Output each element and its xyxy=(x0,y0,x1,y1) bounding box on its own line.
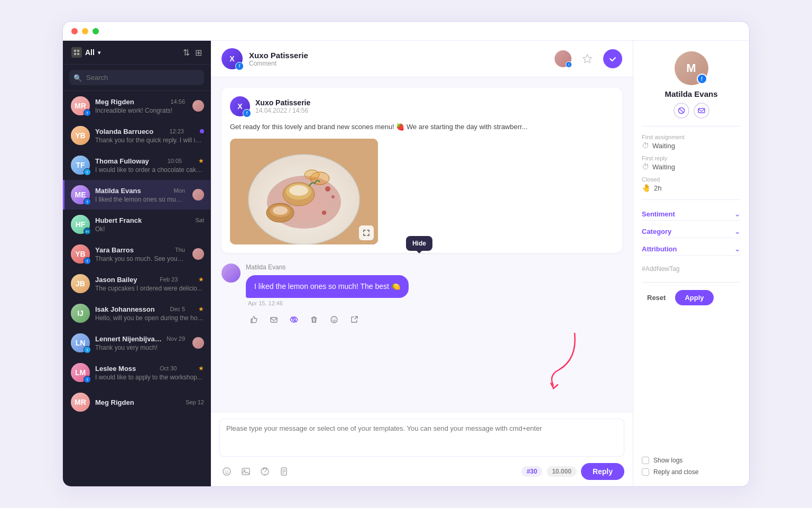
conv-item-meg-bottom[interactable]: MR Meg Rigden Sep 12 xyxy=(63,387,210,417)
filter-label: All xyxy=(85,48,95,57)
agent-platform-badge: f xyxy=(697,74,707,84)
reply-toolbar: #30 10.000 Reply xyxy=(219,463,624,480)
conv-time-9: Nov 29 xyxy=(167,335,185,342)
conv-item-hubert[interactable]: HF in Hubert Franck Sat Ok! xyxy=(63,210,210,239)
like-button[interactable] xyxy=(246,312,262,328)
stat-text-first-assignment: Waiting xyxy=(652,142,675,150)
external-link-button[interactable] xyxy=(346,312,362,328)
arrow-annotation xyxy=(222,328,580,391)
post-author-avatar-wrap: X f xyxy=(230,96,250,116)
post-text: Get ready for this lovely and brand new … xyxy=(230,122,614,132)
tl-red[interactable] xyxy=(71,28,78,34)
svg-rect-0 xyxy=(74,50,76,52)
svg-point-18 xyxy=(304,170,319,179)
svg-point-13 xyxy=(289,185,308,196)
reply-close-checkbox[interactable] xyxy=(642,468,649,476)
post-date: 14.04.2022 / 14:56 xyxy=(255,107,310,114)
reply-area: #30 10.000 Reply xyxy=(211,412,633,486)
conv-item-jason[interactable]: JB Jason Bailey Feb 23 ★ The cupcakes I … xyxy=(63,269,210,298)
add-tag[interactable]: #AddNewTag xyxy=(642,263,741,275)
msg-avatar-matilda xyxy=(222,264,241,283)
conv-time-4: Mon xyxy=(174,187,185,194)
reply-textarea[interactable] xyxy=(219,419,624,457)
conv-item-lennert[interactable]: LN t Lennert Nijenbijvan Si... Nov 29 Th… xyxy=(63,328,210,358)
conv-preview-1: Increadible work! Congrats! xyxy=(95,107,185,114)
header-agent-badge: f xyxy=(566,61,572,68)
avatar-yolanda: YB xyxy=(71,126,90,145)
hide-action-button[interactable] xyxy=(286,312,302,328)
tl-green[interactable] xyxy=(93,28,99,34)
header-agent-wrap: f xyxy=(555,50,571,67)
emoji-tool-button[interactable] xyxy=(219,464,234,479)
accordion-sentiment-label: Sentiment xyxy=(642,210,675,218)
accordion-sentiment[interactable]: Sentiment ⌄ xyxy=(642,207,741,221)
accordion-category[interactable]: Category ⌄ xyxy=(642,225,741,238)
apply-button[interactable]: Apply xyxy=(675,290,713,305)
conv-name-8: Isak Johannesson xyxy=(95,305,155,313)
reset-apply-row: Reset Apply xyxy=(642,290,741,305)
conv-content-8: Isak Johannesson Dec 5 ★ Hello, will you… xyxy=(95,305,204,322)
filter-icon[interactable]: ⊞ xyxy=(195,48,202,58)
reply-close-row[interactable]: Reply and close xyxy=(642,468,741,476)
stat-text-first-reply: Waiting xyxy=(652,163,675,171)
avatar-leslee: LM f xyxy=(71,363,90,382)
agent-avatar-1 xyxy=(192,100,204,112)
conv-item-thoma[interactable]: TF t Thoma Fulloway 10:05 ★ I would like… xyxy=(63,150,210,180)
stat-label-first-assignment: First assignment xyxy=(642,134,741,140)
stat-text-closed: 2h xyxy=(654,184,661,192)
expand-image-button[interactable] xyxy=(359,225,374,240)
star-button[interactable] xyxy=(578,49,597,68)
sidebar-all-filter[interactable]: All ▾ xyxy=(71,47,100,58)
conv-content-1: Meg Rigden 14:56 Increadible work! Congr… xyxy=(95,98,185,114)
divider-1 xyxy=(642,126,741,126)
conv-name-1: Meg Rigden xyxy=(95,98,134,106)
reply-close-label: Reply and close xyxy=(653,468,698,476)
sort-icon[interactable]: ⇅ xyxy=(183,48,190,58)
conv-item-meg-rigden[interactable]: MR f Meg Rigden 14:56 Increadible work! … xyxy=(63,91,210,121)
conv-item-isak[interactable]: IJ Isak Johannesson Dec 5 ★ Hello, will … xyxy=(63,298,210,328)
conv-name-5: Hubert Franck xyxy=(95,216,142,224)
conv-item-yara[interactable]: YB f Yara Barros Thu Thank you so much. … xyxy=(63,239,210,269)
avatar-lennert: LN t xyxy=(71,333,90,352)
conv-content-3: Thoma Fulloway 10:05 ★ I would like to o… xyxy=(95,157,204,174)
page-info: Xuxo Patisserie Comment xyxy=(249,51,308,67)
mail-button[interactable] xyxy=(266,312,282,328)
show-logs-row[interactable]: Show logs xyxy=(642,457,741,464)
hide-label: Hide xyxy=(412,240,426,247)
svg-rect-38 xyxy=(698,108,705,113)
template-button[interactable] xyxy=(257,464,272,479)
accordion-attribution[interactable]: Attribution ⌄ xyxy=(642,242,741,256)
accordion-attribution-label: Attribution xyxy=(642,245,677,253)
accordion-sentiment-arrow: ⌄ xyxy=(734,210,741,218)
avatar-isak: IJ xyxy=(71,304,90,323)
resolve-button[interactable] xyxy=(603,49,622,68)
emoji-button[interactable] xyxy=(326,312,342,328)
agent-email-button[interactable] xyxy=(694,103,709,119)
show-logs-checkbox[interactable] xyxy=(642,457,649,464)
conv-time-6: Thu xyxy=(175,247,185,253)
accordion-category-label: Category xyxy=(642,228,671,235)
platform-badge-fb: f xyxy=(84,109,91,116)
conv-content-11: Meg Rigden Sep 12 xyxy=(95,398,204,406)
agent-ban-button[interactable] xyxy=(673,103,689,119)
image-tool-button[interactable] xyxy=(238,464,253,479)
svg-rect-28 xyxy=(242,468,250,475)
conv-name-4: Matilda Evans xyxy=(95,187,141,195)
tl-yellow[interactable] xyxy=(82,28,88,34)
delete-button[interactable] xyxy=(306,312,322,328)
conv-item-yolanda[interactable]: YB Yolanda Barrueco 12:23 Thank you for … xyxy=(63,121,210,150)
svg-rect-1 xyxy=(77,50,79,52)
conversation-header: X f Xuxo Patisserie Comment f xyxy=(211,41,633,77)
reset-button[interactable]: Reset xyxy=(642,291,671,305)
stats-section: First assignment ⏱ Waiting First reply ⏱… xyxy=(642,134,741,192)
conv-time-5: Sat xyxy=(195,217,204,223)
search-input[interactable] xyxy=(69,70,204,85)
attachment-button[interactable] xyxy=(276,464,291,479)
conv-item-matilda[interactable]: ME f Matilda Evans Mon I liked the lemon… xyxy=(63,180,210,210)
avatar-meg-bottom: MR xyxy=(71,393,90,412)
conv-preview-2: Thank you for the quick reply. I will in… xyxy=(95,137,204,144)
reply-button[interactable]: Reply xyxy=(581,463,624,480)
conv-item-leslee[interactable]: LM f Leslee Moss Oct 30 ★ I would like t… xyxy=(63,358,210,387)
star-8: ★ xyxy=(198,305,204,313)
hide-tooltip[interactable]: Hide xyxy=(406,236,432,251)
